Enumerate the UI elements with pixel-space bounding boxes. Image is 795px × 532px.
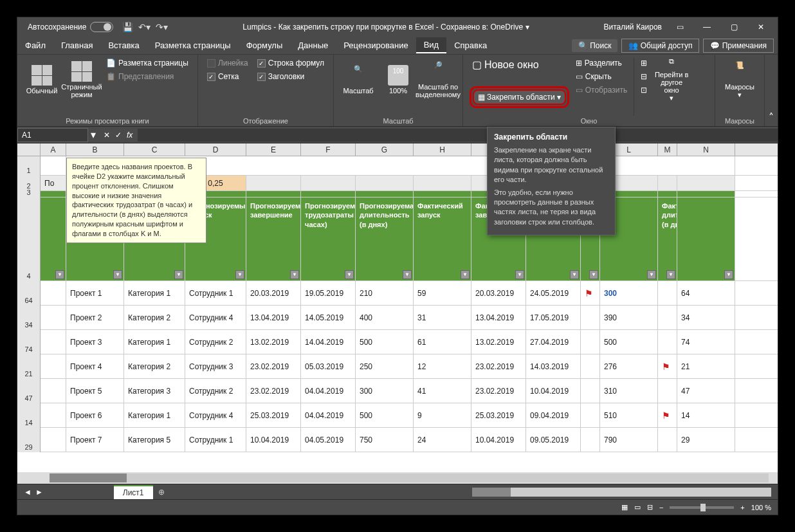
cell[interactable]: 500 bbox=[356, 330, 414, 354]
cell[interactable]: Категория 1 bbox=[124, 281, 185, 305]
cell[interactable]: 41 bbox=[414, 379, 471, 403]
cell[interactable]: 10.04.2019 bbox=[246, 428, 301, 452]
cell[interactable]: 31 bbox=[414, 306, 471, 329]
cell[interactable]: Сотрудник 3 bbox=[185, 354, 246, 378]
add-sheet-button[interactable]: ⊕ bbox=[158, 488, 165, 497]
cell[interactable] bbox=[581, 403, 600, 427]
next-sheet-icon[interactable]: ► bbox=[35, 488, 43, 497]
cell[interactable]: 23.02.2019 bbox=[471, 354, 526, 378]
cell[interactable]: 04.04.2019 bbox=[301, 379, 356, 403]
zoom-out-icon[interactable]: − bbox=[659, 504, 663, 511]
cell[interactable]: По bbox=[41, 176, 66, 190]
sheet-tab[interactable]: Лист1 bbox=[114, 485, 153, 499]
cell[interactable]: 750 bbox=[356, 428, 414, 452]
cell[interactable] bbox=[414, 191, 471, 197]
cell[interactable]: 05.03.2019 bbox=[301, 354, 356, 378]
cell[interactable]: 13.04.2019 bbox=[471, 306, 526, 329]
cell[interactable]: Сотрудник 2 bbox=[185, 379, 246, 403]
cell[interactable]: Категория 2 bbox=[124, 354, 185, 378]
cell[interactable]: 13.02.2019 bbox=[471, 330, 526, 354]
cell[interactable]: 59 bbox=[414, 281, 471, 305]
horizontal-scrollbar[interactable] bbox=[17, 472, 778, 484]
formula-input[interactable] bbox=[138, 129, 778, 142]
cell[interactable]: Проект 4 bbox=[66, 354, 124, 378]
cell[interactable]: Проект 2 bbox=[66, 306, 124, 329]
sync-icon[interactable]: ⊟ bbox=[638, 71, 650, 82]
redo-icon[interactable]: ↷▾ bbox=[156, 22, 168, 32]
cell[interactable] bbox=[658, 176, 677, 190]
cell[interactable]: Проект 7 bbox=[66, 428, 124, 452]
zoom-level[interactable]: 100 % bbox=[751, 504, 771, 511]
cell[interactable]: 34 bbox=[677, 306, 735, 329]
cell[interactable]: Проект 3 bbox=[66, 330, 124, 354]
new-window-button[interactable]: ▢ Новое окно bbox=[470, 57, 569, 72]
row-header[interactable]: 1 bbox=[17, 156, 41, 176]
row-header[interactable]: 29 bbox=[17, 428, 41, 452]
cell[interactable] bbox=[658, 330, 677, 354]
cell[interactable]: ▾ bbox=[41, 197, 66, 280]
cell[interactable] bbox=[658, 191, 677, 197]
cell[interactable]: 25.03.2019 bbox=[471, 403, 526, 427]
filter-icon[interactable]: ▾ bbox=[666, 270, 675, 279]
cell[interactable]: Прогнозируемое завершение▾ bbox=[246, 197, 301, 280]
cell[interactable]: 300 bbox=[600, 281, 658, 305]
autosave-toggle[interactable]: Автосохранение bbox=[28, 22, 113, 32]
split-button[interactable]: ⊞ Разделить bbox=[573, 57, 630, 69]
menu-data[interactable]: Данные bbox=[290, 38, 336, 53]
cell[interactable] bbox=[41, 428, 66, 452]
comments-button[interactable]: 💬 Примечания bbox=[703, 39, 774, 53]
cell[interactable]: 14 bbox=[677, 403, 735, 427]
cell[interactable]: 24 bbox=[414, 428, 471, 452]
maximize-button[interactable]: ▢ bbox=[721, 18, 747, 36]
cell[interactable] bbox=[246, 191, 301, 197]
cell[interactable]: 14.03.2019 bbox=[526, 354, 581, 378]
column-header[interactable]: N bbox=[677, 143, 735, 156]
cell[interactable]: 14.04.2019 bbox=[301, 330, 356, 354]
cell[interactable]: Категория 5 bbox=[124, 428, 185, 452]
filter-icon[interactable]: ▾ bbox=[515, 270, 524, 279]
cell[interactable]: ▾ bbox=[677, 197, 735, 280]
close-button[interactable]: ✕ bbox=[748, 18, 774, 36]
column-header[interactable]: G bbox=[356, 143, 414, 156]
filter-icon[interactable]: ▾ bbox=[235, 270, 244, 279]
cell[interactable] bbox=[581, 354, 600, 378]
cell[interactable]: Проект 5 bbox=[66, 379, 124, 403]
share-button[interactable]: 👥 Общий доступ bbox=[621, 39, 699, 53]
select-all-corner[interactable] bbox=[17, 143, 41, 156]
filter-icon[interactable]: ▾ bbox=[461, 270, 470, 279]
cell[interactable]: Прогнозируемая длительность (в днях)▾ bbox=[356, 197, 414, 280]
cell[interactable]: 09.04.2019 bbox=[526, 403, 581, 427]
spreadsheet-grid[interactable]: ABCDEFGHIJKLMN 1Учет проектов2По0,2534▾▾… bbox=[17, 143, 778, 472]
filter-icon[interactable]: ▾ bbox=[345, 270, 354, 279]
save-icon[interactable]: 💾 bbox=[122, 22, 133, 32]
cell[interactable]: 10.04.2019 bbox=[471, 428, 526, 452]
cell[interactable] bbox=[658, 306, 677, 329]
cell[interactable]: Фактическая длительность (в днях)▾ bbox=[658, 197, 677, 280]
toggle-switch[interactable] bbox=[90, 22, 113, 32]
cell[interactable]: 390 bbox=[600, 306, 658, 329]
filter-icon[interactable]: ▾ bbox=[113, 270, 122, 279]
row-header[interactable]: 34 bbox=[17, 306, 41, 330]
cell[interactable] bbox=[581, 281, 600, 305]
cell[interactable]: 510 bbox=[600, 403, 658, 427]
cell[interactable] bbox=[41, 379, 66, 403]
cell[interactable] bbox=[581, 306, 600, 329]
column-header[interactable]: C bbox=[124, 143, 185, 156]
cell[interactable]: 14.05.2019 bbox=[301, 306, 356, 329]
cell[interactable]: Проект 6 bbox=[66, 403, 124, 427]
column-header[interactable]: M bbox=[658, 143, 677, 156]
prev-sheet-icon[interactable]: ◄ bbox=[24, 488, 32, 497]
fx-icon[interactable]: fx bbox=[127, 131, 132, 140]
cell[interactable]: Категория 1 bbox=[124, 403, 185, 427]
cell[interactable] bbox=[41, 281, 66, 305]
gridlines-checkbox[interactable]: Сетка bbox=[205, 71, 251, 82]
cell[interactable]: 20.03.2019 bbox=[246, 281, 301, 305]
cell[interactable]: 13.02.2019 bbox=[246, 330, 301, 354]
cell[interactable]: 29 bbox=[677, 428, 735, 452]
cell[interactable]: 9 bbox=[414, 403, 471, 427]
cell[interactable]: 500 bbox=[356, 403, 414, 427]
cell[interactable]: Сотрудник 4 bbox=[185, 403, 246, 427]
cell[interactable]: 12 bbox=[414, 354, 471, 378]
search-box[interactable]: 🔍 Поиск bbox=[572, 39, 618, 52]
cell[interactable]: 790 bbox=[600, 428, 658, 452]
